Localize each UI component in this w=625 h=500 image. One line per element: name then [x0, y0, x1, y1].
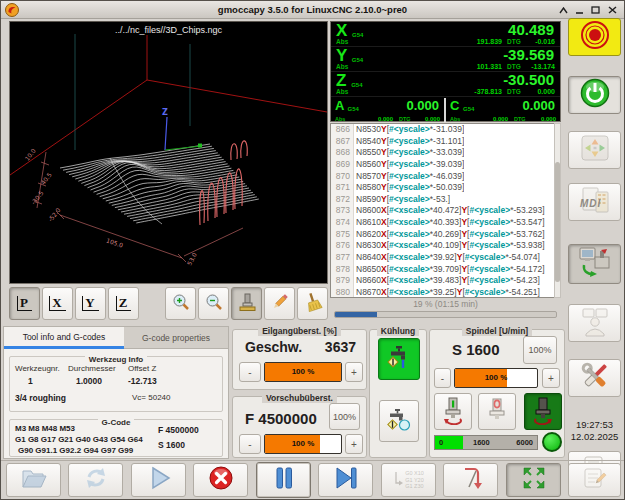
flood-coolant-icon — [385, 343, 413, 375]
edit-offsets-button[interactable] — [264, 287, 295, 320]
view-z-button[interactable]: Z — [108, 287, 139, 320]
feed-override-frame: Vorschubüberst. F 4500000 100% - 100 % + — [232, 396, 367, 458]
fullscreen-icon — [520, 465, 548, 495]
spindle-bar-max: 6000 — [516, 438, 533, 447]
close-icon[interactable] — [606, 4, 619, 16]
view-y-button[interactable]: Y — [75, 287, 106, 320]
rapid-plus-button[interactable]: + — [345, 362, 363, 382]
gcode-line[interactable]: 875N8620X[#<xscale>*40.269]Y[#<yscale>*-… — [331, 229, 560, 241]
view-x-button[interactable]: X — [42, 287, 73, 320]
reload-file-button[interactable] — [68, 463, 123, 497]
gcode-line[interactable]: 879N8660X[#<xscale>*39.483]Y[#<yscale>*-… — [331, 275, 560, 287]
pause-program-button[interactable] — [256, 462, 311, 498]
tool-dimensions-button[interactable] — [231, 287, 262, 320]
dro-axis-x[interactable]: X G54 40.489 Abs 191.839 DTG -0.016 — [331, 22, 560, 47]
clear-plot-button[interactable] — [297, 287, 328, 320]
feed-minus-button[interactable]: - — [239, 434, 261, 454]
gcode-scrollbar[interactable] — [554, 123, 561, 298]
spindle-reset-100-button[interactable]: 100% — [523, 336, 557, 364]
shade-icon[interactable] — [557, 4, 570, 16]
dro-axes-ac: A G54 0.000 Abs 0.000 DTG 0.000 C G54 0.… — [331, 97, 560, 123]
gcode-line[interactable]: 877N8640X[#<xscale>*39.92]Y[#<yscale>*-5… — [331, 252, 560, 264]
tab-gcode-properties[interactable]: G-code properties — [124, 327, 228, 349]
spindle-cw-button[interactable] — [524, 393, 562, 430]
step-icon — [331, 465, 361, 495]
spindle-override-slider[interactable]: 100 % — [454, 368, 538, 388]
feed-override-title: Vorschubüberst. — [262, 393, 337, 403]
gcode-line[interactable]: 871N8580Y[#<yscale>*-50.039] — [331, 182, 560, 194]
gcode-line[interactable]: 869N8560Y[#<yscale>*-39.039] — [331, 159, 560, 171]
mist-coolant-button[interactable] — [379, 400, 419, 442]
gcode-line[interactable]: 876N8630X[#<xscale>*40.109]Y[#<yscale>*-… — [331, 240, 560, 252]
jog-pad-icon — [578, 132, 612, 168]
zoom-out-button[interactable] — [198, 287, 229, 320]
run-from-line-button[interactable]: G0 X10 G1 Y20 G1 Z30 — [381, 463, 436, 497]
dro-axis-a[interactable]: A G54 0.000 Abs 0.000 DTG 0.000 — [331, 97, 444, 123]
run-from-line-icon: G0 X10 G1 Y20 G1 Z30 — [393, 470, 424, 490]
manual-mode-button[interactable] — [568, 131, 621, 169]
feed-reset-100-button[interactable]: 100% — [329, 403, 360, 430]
auto-mode-button[interactable] — [568, 244, 621, 284]
zoom-in-button[interactable] — [165, 287, 196, 320]
scrollbar-thumb[interactable] — [555, 162, 560, 282]
open-file-button[interactable] — [6, 463, 61, 497]
stop-program-button[interactable] — [193, 463, 248, 497]
dro-axis-z[interactable]: Z G54 -30.500 Abs -378.813 DTG 0.000 — [331, 72, 560, 97]
gcode-line[interactable]: 880N8670X[#<xscale>*39.25]Y[#<yscale>*-5… — [331, 287, 560, 298]
gcode-line[interactable]: 870N8570Y[#<yscale>*-46.039] — [331, 171, 560, 183]
fullscreen-button[interactable] — [506, 463, 561, 497]
gcode-line[interactable]: 866N8530Y[#<yscale>*-31.039] — [331, 124, 560, 136]
spindle-stop-button[interactable] — [478, 393, 516, 430]
axis-c-value: 0.000 — [522, 98, 555, 113]
operator-icon — [578, 305, 612, 341]
settings-button[interactable] — [568, 359, 621, 397]
gcode-line[interactable]: 872N8590Y[#<yscale>*-53.] — [331, 194, 560, 206]
dro-panel: X G54 40.489 Abs 191.839 DTG -0.016 Y G5… — [330, 21, 561, 122]
spindle-ccw-button[interactable] — [434, 393, 472, 430]
maximize-icon[interactable] — [589, 4, 602, 16]
zoom-out-icon — [204, 292, 224, 316]
view-p-button[interactable]: P — [9, 287, 40, 320]
gcode-line[interactable]: 874N8610X[#<xscale>*40.393]Y[#<yscale>*-… — [331, 217, 560, 229]
gremlin-preview[interactable]: Z 105.0 53.0 10.0 40.5 -30.5 -52.0 — [9, 21, 328, 284]
gcode-line[interactable]: 868N8550Y[#<yscale>*-33.039] — [331, 147, 560, 159]
machine-on-button[interactable] — [568, 76, 621, 114]
spindle-cw-icon — [529, 395, 557, 429]
mdi-mode-button[interactable]: MDI — [568, 183, 621, 221]
rapid-minus-button[interactable]: - — [239, 362, 261, 382]
titlebar[interactable]: gmoccapy 3.5.0 for LinuxCNC 2.10.0~pre0 — [1, 1, 624, 19]
diameter-header: Durchmesser — [68, 364, 116, 373]
tab-tool-info[interactable]: Tool info and G-codes — [4, 327, 124, 349]
tool-info-frame: Werkzeug Info Werkzeugnr. Durchmesser Of… — [9, 356, 223, 412]
dro-axis-c[interactable]: C G54 0.000 Abs 0.000 DTG 0.000 — [446, 97, 560, 123]
flood-coolant-button[interactable] — [378, 338, 420, 380]
skip-optional-blocks-button[interactable] — [443, 463, 498, 497]
gcode-line[interactable]: 878N8650X[#<xscale>*39.709]Y[#<yscale>*-… — [331, 264, 560, 276]
zoom-in-icon — [171, 292, 191, 316]
skip-block-icon — [457, 465, 485, 495]
edit-gcode-button[interactable] — [568, 463, 621, 497]
axis-x-value: 40.489 — [508, 22, 554, 38]
vc-value: Vc= 50240 — [132, 393, 170, 402]
dim-depth-label: 53.0 — [186, 251, 199, 266]
spindle-plus-button[interactable]: + — [542, 368, 560, 388]
view-x-label: X — [49, 296, 65, 311]
spindle-bar-current: 1600 — [473, 438, 490, 447]
run-program-button[interactable] — [131, 463, 186, 497]
velocity-label: Geschw. — [245, 339, 302, 355]
feed-override-slider[interactable]: 100 % — [264, 434, 342, 454]
feed-plus-button[interactable]: + — [345, 434, 363, 454]
dro-axis-y[interactable]: Y G54 -39.569 Abs 101.331 DTG -13.174 — [331, 47, 560, 72]
abs-label: Abs — [336, 63, 348, 70]
gcode-listing[interactable]: 866N8530Y[#<yscale>*-31.039]867N8540Y[#<… — [330, 123, 561, 298]
gcode-line[interactable]: 873N8600X[#<xscale>*40.472]Y[#<yscale>*-… — [331, 205, 560, 217]
step-program-button[interactable] — [318, 463, 373, 497]
minimize-icon[interactable] — [573, 4, 586, 16]
spindle-minus-button[interactable]: - — [434, 368, 451, 388]
user-tabs-button[interactable] — [568, 304, 621, 342]
gcode-line[interactable]: 867N8540Y[#<yscale>*-31.101] — [331, 136, 560, 148]
tool-info-title: Werkzeug Info — [85, 355, 148, 364]
rapid-override-slider[interactable]: 100 % — [264, 362, 342, 382]
run-progress-fill — [335, 312, 377, 317]
estop-button[interactable] — [568, 18, 621, 56]
